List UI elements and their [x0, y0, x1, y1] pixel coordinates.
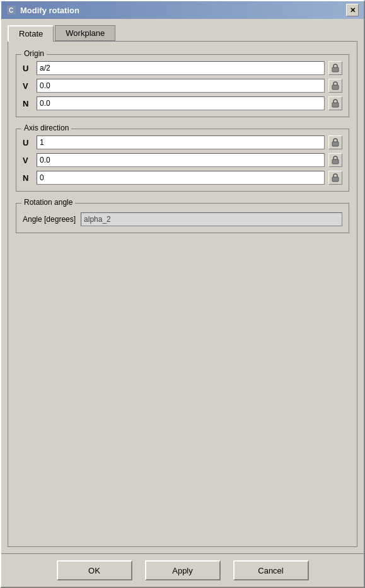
origin-v-input[interactable]: [37, 79, 325, 93]
lock-icon: [331, 99, 340, 108]
origin-v-lock-button[interactable]: [328, 79, 342, 93]
close-button[interactable]: ✕: [346, 4, 359, 16]
rotation-group-label: Rotation angle: [21, 198, 75, 207]
axis-u-label: U: [23, 138, 33, 147]
angle-label: Angle [degrees]: [23, 215, 76, 224]
origin-u-input[interactable]: [37, 61, 325, 75]
ok-button[interactable]: OK: [57, 560, 132, 580]
origin-v-label: V: [23, 81, 33, 91]
axis-u-input[interactable]: [37, 135, 325, 149]
axis-group-label: Axis direction: [21, 124, 71, 132]
origin-group-label: Origin: [21, 49, 47, 58]
rotation-group: Rotation angle Angle [degrees]: [16, 203, 349, 233]
origin-group: Origin U V: [16, 54, 349, 117]
dialog-content: Rotate Workplane Origin U: [1, 19, 364, 553]
axis-group: Axis direction U V: [16, 129, 349, 192]
lock-icon: [331, 173, 340, 182]
origin-n-row: N: [23, 96, 342, 110]
tab-bar: Rotate Workplane: [8, 25, 357, 41]
angle-input[interactable]: [81, 212, 342, 226]
lock-icon: [331, 138, 340, 147]
origin-n-input[interactable]: [37, 96, 325, 110]
app-icon: C: [6, 5, 16, 15]
svg-rect-4: [332, 103, 339, 107]
window-title: Modify rotation: [20, 6, 79, 15]
lock-icon: [331, 81, 340, 90]
axis-u-row: U: [23, 135, 342, 149]
axis-u-lock-button[interactable]: [328, 135, 342, 149]
axis-v-input[interactable]: [37, 153, 325, 167]
origin-n-lock-button[interactable]: [328, 96, 342, 110]
origin-u-row: U: [23, 61, 342, 75]
svg-rect-6: [332, 159, 339, 164]
angle-row: Angle [degrees]: [23, 212, 342, 226]
origin-u-lock-button[interactable]: [328, 61, 342, 75]
svg-rect-2: [332, 67, 339, 72]
axis-v-label: V: [23, 156, 33, 165]
origin-u-label: U: [23, 64, 33, 73]
origin-n-label: N: [23, 99, 33, 108]
content-spacer: [16, 239, 349, 539]
tab-workplane[interactable]: Workplane: [55, 25, 115, 41]
dialog-window: C Modify rotation ✕ Rotate Workplane Ori…: [0, 0, 365, 588]
origin-v-row: V: [23, 79, 342, 93]
svg-text:C: C: [9, 7, 13, 14]
svg-rect-7: [332, 177, 339, 182]
tab-content-rotate: Origin U V: [8, 41, 357, 547]
button-bar: OK Apply Cancel: [1, 553, 364, 587]
lock-icon: [331, 156, 340, 164]
axis-n-lock-button[interactable]: [328, 171, 342, 185]
lock-icon: [331, 64, 340, 72]
axis-v-lock-button[interactable]: [328, 153, 342, 167]
axis-n-row: N: [23, 171, 342, 185]
axis-v-row: V: [23, 153, 342, 167]
title-bar: C Modify rotation ✕: [1, 1, 364, 19]
apply-button[interactable]: Apply: [145, 560, 221, 580]
tab-rotate[interactable]: Rotate: [8, 25, 54, 42]
cancel-button[interactable]: Cancel: [233, 560, 309, 580]
svg-rect-5: [332, 142, 339, 146]
axis-n-label: N: [23, 173, 33, 183]
svg-rect-3: [332, 85, 339, 89]
title-bar-left: C Modify rotation: [6, 5, 79, 15]
axis-n-input[interactable]: [37, 171, 325, 185]
